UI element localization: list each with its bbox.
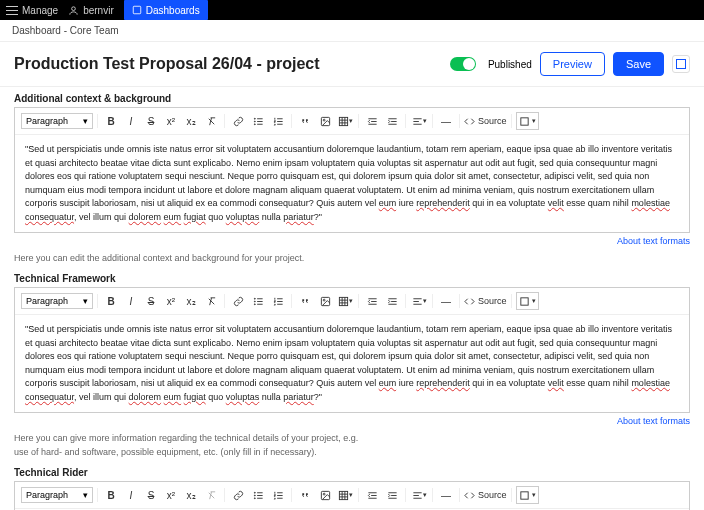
bullet-list-button[interactable] — [249, 112, 267, 130]
outdent-button[interactable] — [363, 486, 381, 504]
bold-button[interactable]: B — [102, 112, 120, 130]
svg-point-17 — [254, 495, 255, 496]
outdent-button[interactable] — [363, 112, 381, 130]
align-button[interactable]: ▾ — [410, 112, 428, 130]
toolbar: Paragraph▾ B I S x² x₂ ▾ ▾ — Source — [15, 108, 689, 135]
svg-point-18 — [254, 497, 255, 498]
user-icon — [68, 5, 79, 16]
editor-context: Paragraph▾ B I S x² x₂ ▾ ▾ — Source — [14, 107, 690, 233]
more-button[interactable]: ▾ — [516, 292, 539, 310]
toolbar-3: Paragraph▾ B I S x² x₂ ▾ ▾ — Source — [15, 482, 689, 509]
sidebar-toggle-icon[interactable] — [672, 55, 690, 73]
superscript-button[interactable]: x² — [162, 292, 180, 310]
svg-point-11 — [254, 303, 255, 304]
chevron-down-icon: ▾ — [83, 490, 88, 500]
svg-rect-21 — [339, 491, 347, 499]
user-label: bernvir — [83, 5, 114, 16]
indent-button[interactable] — [383, 292, 401, 310]
dashboards-label: Dashboards — [146, 5, 200, 16]
strike-button[interactable]: S — [142, 486, 160, 504]
hamburger-icon — [6, 4, 18, 16]
clear-format-button[interactable] — [202, 486, 220, 504]
table-button[interactable]: ▾ — [336, 486, 354, 504]
format-select[interactable]: Paragraph▾ — [21, 113, 93, 129]
subscript-button[interactable]: x₂ — [182, 112, 200, 130]
chevron-down-icon: ▾ — [83, 296, 88, 306]
number-list-button[interactable] — [269, 112, 287, 130]
hr-button[interactable]: — — [437, 486, 455, 504]
bullet-list-button[interactable] — [249, 486, 267, 504]
indent-button[interactable] — [383, 486, 401, 504]
svg-point-6 — [323, 119, 325, 121]
source-button[interactable]: Source — [464, 486, 507, 504]
source-button[interactable]: Source — [464, 112, 507, 130]
editor-tech: Paragraph▾ B I S x² x₂ ▾ ▾ — Source — [14, 287, 690, 413]
toolbar-2: Paragraph▾ B I S x² x₂ ▾ ▾ — Source — [15, 288, 689, 315]
table-button[interactable]: ▾ — [336, 112, 354, 130]
svg-point-3 — [254, 121, 255, 122]
subscript-button[interactable]: x₂ — [182, 292, 200, 310]
svg-point-0 — [72, 6, 76, 10]
quote-button[interactable] — [296, 486, 314, 504]
align-button[interactable]: ▾ — [410, 486, 428, 504]
number-list-button[interactable] — [269, 292, 287, 310]
strike-button[interactable]: S — [142, 112, 160, 130]
form-content: Additional context & background Paragrap… — [0, 87, 704, 510]
clear-format-button[interactable] — [202, 112, 220, 130]
image-button[interactable] — [316, 112, 334, 130]
table-button[interactable]: ▾ — [336, 292, 354, 310]
help-tech-2: use of hard- and software, possible equi… — [14, 447, 690, 461]
italic-button[interactable]: I — [122, 486, 140, 504]
section-label-rider: Technical Rider — [14, 461, 690, 481]
hr-button[interactable]: — — [437, 112, 455, 130]
format-select[interactable]: Paragraph▾ — [21, 487, 93, 503]
italic-button[interactable]: I — [122, 292, 140, 310]
manage-menu[interactable]: Manage — [6, 4, 58, 16]
bold-button[interactable]: B — [102, 486, 120, 504]
help-context: Here you can edit the additional context… — [14, 249, 690, 267]
outdent-button[interactable] — [363, 292, 381, 310]
text-formats-link[interactable]: About text formats — [14, 233, 690, 249]
svg-point-4 — [254, 123, 255, 124]
superscript-button[interactable]: x² — [162, 486, 180, 504]
link-button[interactable] — [229, 486, 247, 504]
more-button[interactable]: ▾ — [516, 486, 539, 504]
italic-button[interactable]: I — [122, 112, 140, 130]
superscript-button[interactable]: x² — [162, 112, 180, 130]
text-formats-link[interactable]: About text formats — [14, 413, 690, 429]
link-button[interactable] — [229, 292, 247, 310]
clear-format-button[interactable] — [202, 292, 220, 310]
indent-button[interactable] — [383, 112, 401, 130]
align-button[interactable]: ▾ — [410, 292, 428, 310]
link-button[interactable] — [229, 112, 247, 130]
number-list-button[interactable] — [269, 486, 287, 504]
format-select[interactable]: Paragraph▾ — [21, 293, 93, 309]
image-button[interactable] — [316, 292, 334, 310]
page-header: Production Test Proposal 26/04 - project… — [0, 42, 704, 87]
publish-toggle[interactable] — [450, 57, 476, 71]
hr-button[interactable]: — — [437, 292, 455, 310]
svg-point-10 — [254, 301, 255, 302]
help-tech-1: Here you can give more information regar… — [14, 429, 690, 447]
preview-button[interactable]: Preview — [540, 52, 605, 76]
svg-rect-15 — [520, 297, 527, 304]
quote-button[interactable] — [296, 112, 314, 130]
user-menu[interactable]: bernvir — [68, 5, 114, 16]
bold-button[interactable]: B — [102, 292, 120, 310]
svg-point-13 — [323, 299, 325, 301]
editor-body-context[interactable]: "Sed ut perspiciatis unde omnis iste nat… — [15, 135, 689, 232]
dashboards-tab[interactable]: Dashboards — [124, 0, 208, 20]
editor-body-tech[interactable]: "Sed ut perspiciatis unde omnis iste nat… — [15, 315, 689, 412]
svg-rect-8 — [520, 117, 527, 124]
save-button[interactable]: Save — [613, 52, 664, 76]
svg-point-2 — [254, 118, 255, 119]
subscript-button[interactable]: x₂ — [182, 486, 200, 504]
strike-button[interactable]: S — [142, 292, 160, 310]
svg-rect-14 — [339, 297, 347, 305]
more-button[interactable]: ▾ — [516, 112, 539, 130]
svg-rect-22 — [520, 491, 527, 498]
bullet-list-button[interactable] — [249, 292, 267, 310]
source-button[interactable]: Source — [464, 292, 507, 310]
image-button[interactable] — [316, 486, 334, 504]
quote-button[interactable] — [296, 292, 314, 310]
